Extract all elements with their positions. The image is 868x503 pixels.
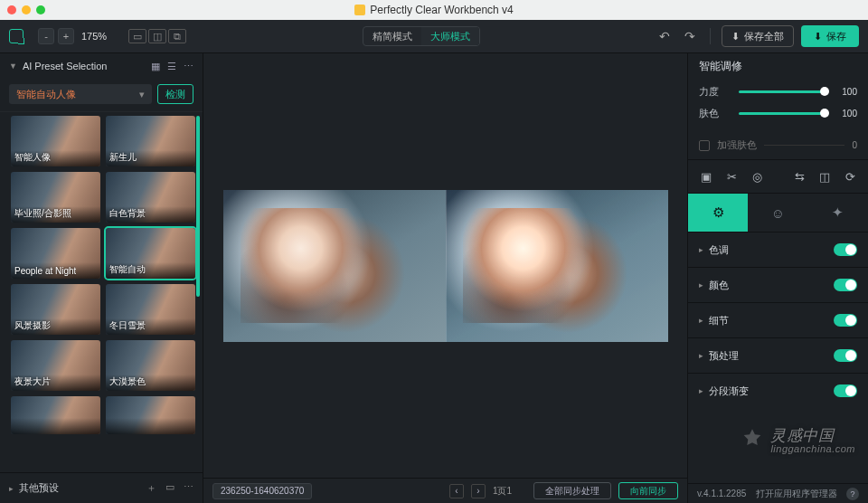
preset-dropdown[interactable]: 智能自动人像 ▾ [9,84,152,104]
save-all-button[interactable]: ⬇ 保存全部 [722,25,794,47]
export-icon[interactable]: ▭ [165,481,175,495]
toggle-switch[interactable] [834,384,857,397]
slider-value: 100 [837,109,857,119]
grid-view-icon[interactable]: ▦ [151,61,160,72]
view-crop-icon[interactable]: ⧉ [168,29,186,43]
preset-tile[interactable]: 夜景大片 [11,340,100,391]
preset-tile[interactable]: People at Night [11,228,100,279]
open-manager-link[interactable]: 打开应用程序管理器 [756,488,837,500]
slider-label: 肤色 [699,107,730,120]
mode-master[interactable]: 大师模式 [421,27,479,45]
chevron-right-icon: ▸ [699,386,703,395]
preset-scrollbar-track [196,116,200,469]
save-button[interactable]: ⬇ 保存 [801,25,859,47]
preset-tile[interactable]: 毕业照/合影照 [11,172,100,223]
main-toolbar: - + 175% ▭ ◫ ⧉ 精简模式 大师模式 ↶ ↷ ⬇ 保存全部 ⬇ 保存 [0,20,868,53]
accordion-row[interactable]: ▸细节 [688,303,868,337]
tab-adjust-icon[interactable]: ⚙ [688,194,748,232]
more-icon[interactable]: ⋯ [184,61,193,72]
mode-simple[interactable]: 精简模式 [363,27,421,45]
tool-icons-row: ▣ ✂ ◎ ⇆ ◫ ⟳ [688,159,868,194]
tab-face-icon[interactable]: ☺ [748,194,807,232]
app-logo-icon [9,29,24,43]
zoom-in-button[interactable]: + [58,28,74,44]
preset-tile[interactable]: 智能自动 [106,228,195,279]
detect-button[interactable]: 检测 [157,84,193,104]
download-icon: ⬇ [814,31,822,43]
toggle-switch[interactable] [834,279,857,291]
preset-tile[interactable]: 白色背景 [106,172,195,223]
view-mode-group: ▭ ◫ ⧉ [128,29,186,43]
file-name-label[interactable]: 236250-1640620370 [212,483,312,499]
status-bar: 236250-1640620370 ‹ › 1页1 全部同步处理 向前同步 [203,478,687,503]
next-button[interactable]: › [471,484,486,498]
window-title: Perfectly Clear Workbench v4 [370,4,514,16]
view-split-icon[interactable]: ◫ [148,29,166,43]
divider [710,28,711,44]
rotate-icon[interactable]: ⟳ [843,169,857,184]
zoom-controls: - + 175% [38,28,107,44]
sync-forward-button[interactable]: 向前同步 [618,482,678,499]
adjust-tabs: ⚙ ☺ ✦ [688,194,868,232]
preset-scrollbar-thumb[interactable] [196,116,200,297]
histogram-icon[interactable]: ▣ [699,169,713,184]
preset-tile[interactable]: 冬日雪景 [106,284,195,335]
help-icon[interactable]: ? [846,488,859,500]
preset-tile[interactable] [11,396,100,434]
slider-track[interactable] [739,90,828,93]
after-image [446,190,668,342]
mirror-icon[interactable]: ◫ [817,169,832,184]
accordion-row[interactable]: ▸颜色 [688,268,868,302]
preset-tile-label: 新生儿 [109,151,137,164]
preset-tile-label: 大漠景色 [109,375,146,388]
accordion-row[interactable]: ▸色调 [688,233,868,267]
view-single-icon[interactable]: ▭ [128,29,146,43]
preset-selected-label: 智能自动人像 [16,88,76,101]
chevron-right-icon: ▸ [699,316,703,325]
preset-tile[interactable]: 新生儿 [106,116,195,166]
more-icon[interactable]: ⋯ [184,481,193,495]
process-all-button[interactable]: 全部同步处理 [533,482,611,499]
accordion-row[interactable]: ▸预处理 [688,338,868,373]
flip-h-icon[interactable]: ⇆ [792,169,807,184]
list-view-icon[interactable]: ☰ [167,61,176,72]
zoom-value: 175% [81,31,107,42]
prev-button[interactable]: ‹ [449,484,464,498]
add-icon[interactable]: ＋ [146,481,156,495]
preset-tile[interactable]: 智能人像 [11,116,100,166]
other-presets-label: 其他预设 [19,481,59,495]
app-icon [354,5,365,15]
slider-thumb[interactable] [820,87,829,96]
chevron-right-icon: ▸ [699,351,703,360]
toggle-switch[interactable] [834,349,857,362]
slider-track[interactable] [739,112,828,115]
slider-thumb[interactable] [820,109,829,118]
accordion-label: 细节 [709,314,729,327]
collapse-icon[interactable]: ▼ [9,62,17,71]
toggle-switch[interactable] [834,243,857,256]
preset-footer[interactable]: ▸ 其他预设 ＋ ▭ ⋯ [0,472,203,503]
redo-icon[interactable]: ↷ [681,27,699,45]
accordion-row[interactable]: ▸分段渐变 [688,374,868,408]
undo-icon[interactable]: ↶ [656,27,674,45]
chevron-right-icon: ▸ [699,245,703,254]
toggle-switch[interactable] [834,314,857,327]
crop-tool-icon[interactable]: ✂ [724,169,739,184]
center-canvas-area: 236250-1640620370 ‹ › 1页1 全部同步处理 向前同步 [203,53,687,503]
enhance-skin-value: 0 [852,140,857,150]
enhance-skin-row[interactable]: 加强肤色 0 [699,138,857,152]
slider-label: 力度 [699,85,730,99]
eye-icon[interactable]: ◎ [750,169,764,184]
preset-tile[interactable]: 风景摄影 [11,284,100,335]
preset-tile[interactable]: 大漠景色 [106,340,195,391]
preset-tile-label: People at Night [14,266,76,276]
compare-view[interactable] [223,190,668,342]
accordion-label: 色调 [709,243,729,257]
tab-finish-icon[interactable]: ✦ [808,194,868,232]
preset-tile[interactable] [106,396,195,434]
checkbox-icon[interactable] [699,140,710,151]
preset-tile-label: 毕业照/合影照 [14,207,71,220]
zoom-out-button[interactable]: - [38,28,54,44]
page-indicator: 1页1 [493,485,512,498]
chevron-down-icon: ▾ [139,89,145,100]
